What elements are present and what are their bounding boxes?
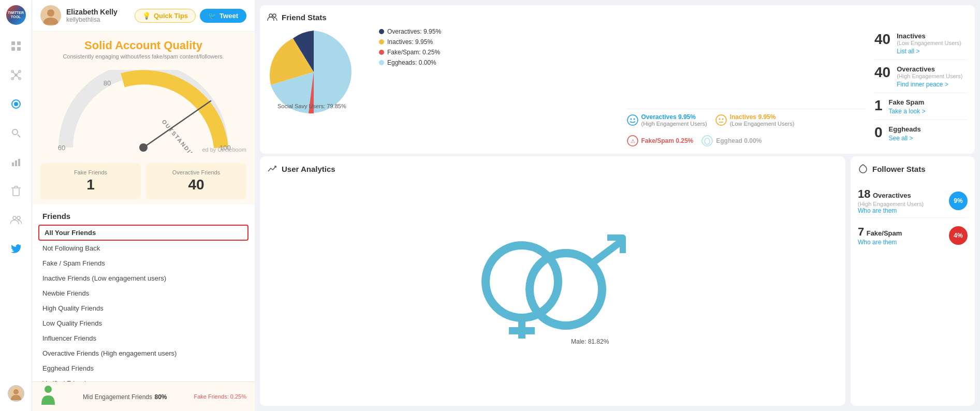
overactive-friends-stat: Overactive Friends 40 [146, 163, 246, 199]
take-a-look-link[interactable]: Take a look > [889, 108, 926, 115]
svg-point-49 [530, 253, 602, 326]
trash-icon[interactable] [6, 181, 26, 201]
overactives-row: Overactives 9.95% (High Engagement Users… [627, 109, 867, 146]
account-quality-title: Solid Account Quality [42, 39, 244, 52]
chart-icon[interactable] [6, 152, 26, 172]
overactives-icon [627, 114, 638, 126]
fakespam-icon: ⚠ [627, 135, 638, 146]
user-name: Elizabeth Kelly [66, 8, 118, 16]
nav-item-inactive[interactable]: Inactive Friends (Low engagement users) [32, 271, 255, 286]
svg-rect-19 [18, 159, 20, 166]
fake-friends-stat: Fake Friends 1 [40, 163, 141, 199]
svg-rect-2 [11, 47, 15, 51]
svg-point-33 [269, 14, 272, 17]
quick-tips-button[interactable]: 💡 Quick Tips [135, 9, 196, 23]
friend-stats-icon [267, 12, 277, 22]
svg-point-39 [716, 115, 726, 125]
overactive-friends-value: 40 [152, 177, 240, 193]
mid-engagement-label: Mid Engagement Friends 80% [83, 392, 167, 401]
title-suffix: Account Quality [112, 39, 202, 52]
gauge-section: 60 80 100 OUTSTANDING ed by Circleboom [32, 65, 255, 158]
header-user-info: Elizabeth Kelly kellybethlisa [66, 8, 118, 23]
nav-item-influencer[interactable]: Influencer Friends [32, 331, 255, 346]
tweet-button[interactable]: 🐦 Tweet [200, 9, 246, 23]
friends-heading: Friends [32, 210, 255, 225]
oi-inactives: Inactives 9.95% (Low Engagement Users) [715, 113, 795, 127]
svg-text:80: 80 [104, 79, 111, 87]
svg-point-34 [273, 14, 276, 17]
fake-friends-label: Fake Friends [47, 169, 135, 175]
users-icon[interactable] [6, 210, 26, 230]
user-handle: kellybethlisa [66, 16, 118, 23]
header-user: Elizabeth Kelly kellybethlisa [40, 5, 118, 26]
search-icon[interactable] [6, 123, 26, 143]
header: Elizabeth Kelly kellybethlisa 💡 Quick Ti… [32, 0, 255, 32]
analytics-icon [267, 164, 277, 174]
svg-text:⚠: ⚠ [631, 138, 635, 144]
svg-point-41 [722, 119, 723, 120]
overactive-friends-label: Overactive Friends [152, 169, 240, 175]
header-actions: 💡 Quick Tips 🐦 Tweet [135, 9, 246, 23]
overactives-stat: 40 Overactives (High Engagement Users) F… [874, 61, 968, 93]
fake-friends-value: 1 [47, 177, 135, 193]
overactives-follower-row: 18 Overactives (High Engagement Users) W… [858, 184, 968, 218]
nav-item-not-following[interactable]: Not Following Back [32, 241, 255, 256]
who-are-them-link-1[interactable]: Who are them [858, 207, 924, 214]
svg-point-45 [705, 138, 710, 144]
account-quality-section: Solid Account Quality Consistently engag… [32, 32, 255, 65]
follower-stats-section: Follower Stats 18 Overactives (High Enga… [851, 156, 975, 406]
inactives-icon [715, 114, 727, 126]
eggheads-dot [379, 60, 384, 65]
right-panel: Friend Stats Social Savy Use [255, 0, 980, 411]
pie-chart-wrapper: Social Savy Users: 79.85% [267, 28, 371, 116]
svg-point-14 [14, 102, 18, 106]
stats-boxes: Fake Friends 1 Overactive Friends 40 [32, 158, 255, 204]
egghead-icon [701, 135, 713, 146]
powered-by: ed by Circleboom [202, 146, 246, 153]
svg-point-21 [17, 216, 20, 219]
svg-text:OUTSTANDING: OUTSTANDING [160, 119, 199, 153]
nav-item-overactive[interactable]: Overactive Friends (High engagement user… [32, 346, 255, 361]
svg-point-32 [45, 386, 52, 393]
fake-friends-pct: Fake Friends: 0.25% [194, 393, 247, 400]
nav-item-all-friends[interactable]: All Your Friends [38, 225, 248, 241]
nav-item-verified[interactable]: Verified Friends [32, 376, 255, 381]
gender-chart: Male: 81.82% [267, 180, 838, 399]
inactives-dot [379, 39, 384, 45]
nodes-icon[interactable] [6, 65, 26, 85]
see-all-link[interactable]: See all > [889, 135, 913, 142]
gender-svg: Male: 81.82% [465, 232, 641, 346]
svg-line-10 [16, 71, 20, 75]
fakespam-badge: 4% [949, 226, 968, 245]
list-all-link[interactable]: List all > [897, 48, 919, 55]
svg-point-40 [719, 119, 720, 120]
svg-line-16 [18, 135, 20, 137]
nav-item-egghead[interactable]: Egghead Friends [32, 361, 255, 376]
fakespam-dot [379, 50, 384, 55]
app-logo: TWITTERTOOL [6, 5, 26, 25]
overactives-dot [379, 29, 384, 34]
svg-rect-1 [17, 41, 21, 45]
friends-nav: Friends All Your Friends Not Following B… [32, 204, 255, 381]
svg-point-37 [630, 119, 632, 120]
oi-egghead: Egghead 0.00% [701, 135, 762, 146]
grid-icon[interactable] [6, 36, 26, 56]
user-avatar-small[interactable] [8, 385, 24, 402]
account-quality-subtitle: Consistently engaging without/less fake/… [42, 53, 244, 60]
svg-line-9 [12, 71, 16, 75]
nav-item-fake-spam[interactable]: Fake / Spam Friends [32, 256, 255, 271]
fakespam-stat: 1 Fake Spam Take a look > [874, 94, 968, 120]
nav-item-newbie[interactable]: Newbie Friends [32, 286, 255, 301]
find-inner-peace-link[interactable]: Find inner peace > [897, 81, 948, 88]
nav-item-low-quality[interactable]: Low Quality Friends [32, 316, 255, 331]
who-are-them-link-2[interactable]: Who are them [858, 239, 902, 246]
user-analytics-title: User Analytics [267, 164, 838, 174]
twitter-icon[interactable] [6, 239, 26, 259]
svg-text:Social Savy Users: 79.85%: Social Savy Users: 79.85% [277, 103, 346, 109]
svg-rect-3 [17, 47, 21, 51]
circle-icon[interactable] [6, 94, 26, 114]
nav-item-high-quality[interactable]: High Quality Friends [32, 301, 255, 316]
twitter-small-icon: 🐦 [208, 12, 216, 20]
legend-overactives: Overactives: 9.95% [379, 28, 619, 35]
svg-point-25 [47, 9, 54, 17]
